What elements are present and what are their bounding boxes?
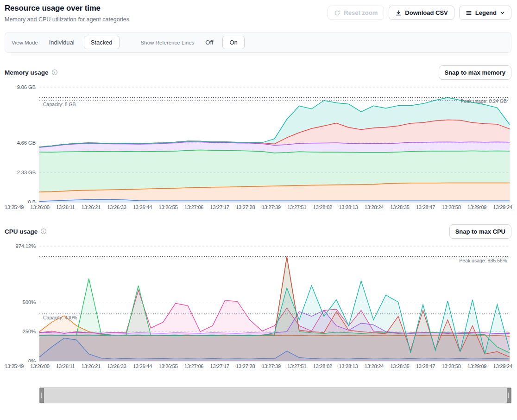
x-axis-label: 13:29:24 [493,204,512,210]
y-axis-label: 9.06 GB [17,84,36,90]
x-axis-label: 13:26:00 [31,363,50,369]
x-axis-label: 13:28:35 [390,204,409,210]
y-axis-label: 974.12% [16,243,36,249]
legend-button[interactable]: Legend [459,6,511,20]
x-axis-label: 13:26:21 [82,363,101,369]
brush-left-handle[interactable] [40,388,44,403]
x-axis-label: 13:28:47 [416,204,435,210]
snap-to-max-memory-button[interactable]: Snap to max memory [439,65,512,80]
memory-x-axis: 13:25:4913:26:0013:26:1113:26:2113:26:33… [5,204,512,210]
reference-line-label: Capacity: 400% [43,315,77,320]
x-axis-label: 13:27:39 [262,204,281,210]
view-mode-individual[interactable]: Individual [44,36,79,49]
reference-line-label: Capacity: 8 GB [43,102,76,107]
memory-section-header: Memory usage Snap to max memory [5,65,511,80]
reset-zoom-button[interactable]: Reset zoom [328,6,384,20]
y-axis-label: 2.33 GB [17,170,36,175]
x-axis-label: 13:27:06 [184,363,203,369]
x-axis-label: 13:25:49 [5,363,24,369]
view-mode-stacked[interactable]: Stacked [84,36,120,49]
x-axis-label: 13:28:35 [390,363,409,369]
cpu-chart[interactable]: 974.12%500%250%0%Peak usage: 885.56%Capa… [5,241,512,362]
snap-to-max-cpu-button[interactable]: Snap to max CPU [449,224,511,239]
memory-title-text: Memory usage [5,69,49,76]
brush-right-handle[interactable] [507,388,511,403]
memory-chart[interactable]: 9.06 GB4.66 GB2.33 GB0 BCapacity: 8 GBPe… [5,82,512,203]
x-axis-label: 13:28:02 [313,363,332,369]
reference-line-label: Peak usage: 8.24 GB [460,98,507,104]
page-subtitle: Memory and CPU utilization for agent cat… [5,16,129,23]
reset-zoom-label: Reset zoom [344,9,378,16]
y-axis-label: 0% [28,358,36,362]
x-axis-label: 13:27:51 [287,363,306,369]
x-axis-label: 13:28:47 [416,363,435,369]
cpu-x-axis: 13:25:4913:26:0013:26:1113:26:2113:26:33… [5,363,512,369]
reference-lines-label: Show Reference Lines [141,40,195,45]
chevron-down-icon [500,10,505,15]
y-axis-label: 250% [23,329,36,334]
memory-section-title: Memory usage [5,69,58,76]
x-axis-label: 13:29:09 [467,363,486,369]
x-axis-label: 13:26:33 [107,363,126,369]
info-icon[interactable] [40,228,47,235]
page: Resource usage over time Memory and CPU … [0,0,517,403]
download-csv-button[interactable]: Download CSV [389,6,454,20]
x-axis-label: 13:26:00 [31,204,50,210]
cpu-section-title: CPU usage [5,228,47,235]
x-axis-label: 13:26:44 [133,204,152,210]
x-axis-label: 13:27:17 [210,363,229,369]
cpu-section-header: CPU usage Snap to max CPU [5,224,511,239]
x-axis-label: 13:29:09 [467,204,486,210]
legend-label: Legend [475,9,497,16]
x-axis-label: 13:26:44 [133,363,152,369]
view-mode-label: View Mode [12,40,38,45]
x-axis-label: 13:28:58 [441,204,460,210]
x-axis-label: 13:28:13 [339,204,358,210]
x-axis-label: 13:28:24 [365,363,384,369]
y-axis-label: 0 B [28,199,36,203]
list-icon [466,10,472,16]
x-axis-label: 13:26:11 [56,204,75,210]
reference-lines-on[interactable]: On [222,36,244,49]
x-axis-label: 13:26:11 [56,363,75,369]
brush-track[interactable] [44,388,507,403]
header: Resource usage over time Memory and CPU … [5,4,511,23]
x-axis-label: 13:27:06 [184,204,203,210]
y-axis-label: 4.66 GB [17,140,36,146]
x-axis-label: 13:28:24 [365,204,384,210]
x-axis-label: 13:25:49 [5,204,24,210]
controls-bar: View Mode Individual Stacked Show Refere… [5,32,511,53]
x-axis-label: 13:26:55 [158,204,177,210]
time-range-scrollbar[interactable] [39,388,511,403]
page-title: Resource usage over time [5,4,129,13]
y-axis-label: 500% [23,299,36,305]
x-axis-label: 13:27:39 [262,363,281,369]
download-icon [395,10,402,16]
x-axis-label: 13:27:28 [236,363,255,369]
x-axis-label: 13:28:58 [441,363,460,369]
x-axis-label: 13:27:51 [287,204,306,210]
x-axis-label: 13:26:21 [82,204,101,210]
x-axis-label: 13:29:24 [493,363,512,369]
download-csv-label: Download CSV [405,9,448,16]
info-icon[interactable] [51,69,58,76]
x-axis-label: 13:27:28 [236,204,255,210]
reset-icon [334,10,340,16]
header-text: Resource usage over time Memory and CPU … [5,4,129,23]
series-area-teal [39,281,510,361]
header-buttons: Reset zoom Download CSV [328,6,511,20]
x-axis-label: 13:28:02 [313,204,332,210]
cpu-title-text: CPU usage [5,228,38,235]
reference-lines-off[interactable]: Off [201,36,218,49]
reference-line-label: Peak usage: 885.56% [459,258,507,263]
x-axis-label: 13:26:55 [158,363,177,369]
x-axis-label: 13:27:17 [210,204,229,210]
x-axis-label: 13:26:33 [107,204,126,210]
x-axis-label: 13:28:13 [339,363,358,369]
